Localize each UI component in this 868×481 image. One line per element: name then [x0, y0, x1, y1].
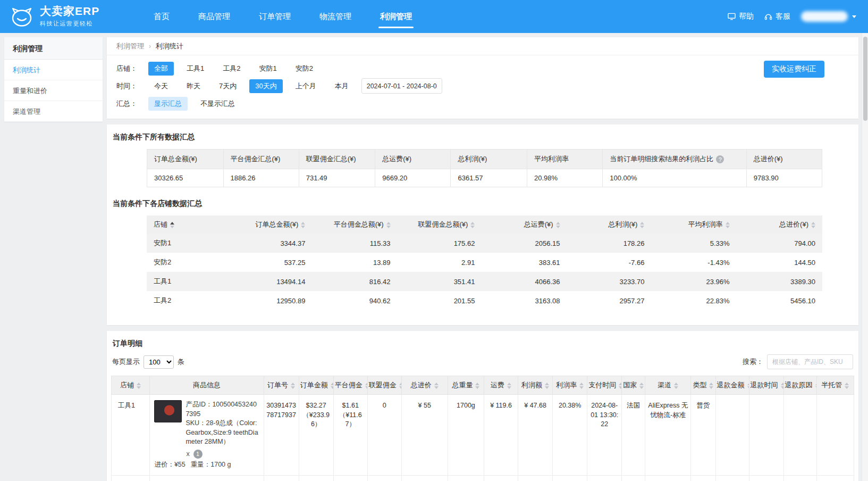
- cell-platform-fee: $1.71（¥12.40）: [333, 475, 367, 481]
- product-quantity: x 1: [186, 450, 259, 459]
- table-row: 30326.65 1886.26 731.49 9669.20 6361.57 …: [147, 169, 822, 187]
- nav-home[interactable]: 首页: [139, 0, 184, 33]
- page-size-select[interactable]: 100: [144, 355, 174, 369]
- sort-icon[interactable]: [399, 383, 402, 389]
- page-size-label: 每页显示: [112, 357, 140, 367]
- cell-profit: 2957.27: [567, 291, 652, 310]
- sort-icon[interactable]: [137, 383, 141, 389]
- time-option-30days[interactable]: 30天内: [249, 79, 282, 93]
- column-header-profit-rate: 平均利润率: [527, 150, 602, 169]
- cell-profit-rate: 5.33%: [651, 234, 736, 253]
- question-help-icon[interactable]: ?: [716, 155, 724, 163]
- time-option-today[interactable]: 今天: [148, 79, 174, 93]
- app-title: 大卖家ERP: [40, 5, 99, 17]
- cell-pay-time: 2024-08-01 13:30:22: [587, 395, 622, 476]
- sort-icon[interactable]: [434, 383, 439, 389]
- table-row: 工具2 12950.89 940.62 201.55 3163.08 2957.…: [147, 291, 822, 310]
- sidebar-item-profit-stats[interactable]: 利润统计: [4, 60, 103, 80]
- shop-option-tool2[interactable]: 工具2: [217, 62, 246, 76]
- sort-icon[interactable]: [556, 222, 560, 228]
- time-option-last-month[interactable]: 上个月: [290, 79, 322, 93]
- product-sku: SKU：28-9总成（Color:Gearbox,Size:9 teethDia…: [186, 419, 259, 447]
- sort-icon[interactable]: [291, 383, 295, 389]
- sort-icon[interactable]: [709, 383, 713, 389]
- sort-icon[interactable]: [747, 383, 749, 389]
- cell-profit-rate: 23.96%: [651, 272, 736, 291]
- sort-icon[interactable]: [301, 222, 305, 228]
- nav-profit[interactable]: 利润管理: [366, 0, 426, 33]
- main-content: 利润管理 › 利润统计 店铺： 全部 工具1 工具2 安防1 安防2 时间： 今…: [107, 37, 858, 481]
- summary-option-show[interactable]: 显示汇总: [148, 97, 188, 111]
- sort-icon[interactable]: [170, 222, 174, 228]
- cell-refund-reason: [783, 395, 816, 476]
- sort-icon[interactable]: [674, 383, 678, 389]
- scrollbar-thumb[interactable]: [863, 37, 867, 121]
- sort-icon[interactable]: [507, 383, 511, 389]
- breadcrumb-separator-icon: ›: [149, 43, 151, 50]
- help-label: 帮助: [739, 12, 754, 21]
- column-header-shop: 店铺: [112, 376, 150, 395]
- filters: 店铺： 全部 工具1 工具2 安防1 安防2 时间： 今天 昨天 7天内 30天…: [107, 55, 858, 119]
- column-header-refund-amount: 退款金额: [715, 376, 749, 395]
- column-header-refund-time: 退款时间: [749, 376, 783, 395]
- shop-option-security1[interactable]: 安防1: [253, 62, 282, 76]
- column-label: 订单金额: [300, 381, 328, 389]
- sidebar-item-weight-cost[interactable]: 重量和进价: [4, 80, 103, 101]
- column-label: 国家: [623, 381, 637, 389]
- cell-shipping: 383.61: [482, 253, 567, 272]
- sort-icon[interactable]: [545, 383, 549, 389]
- sort-icon[interactable]: [579, 383, 584, 389]
- sort-icon[interactable]: [365, 383, 368, 389]
- cell-refund-reason: [783, 475, 816, 481]
- sort-icon[interactable]: [640, 222, 644, 228]
- product-id: 产品ID：1005004532407395: [186, 400, 259, 419]
- sort-icon[interactable]: [331, 383, 334, 389]
- sort-icon[interactable]: [811, 222, 815, 228]
- time-option-7days[interactable]: 7天内: [213, 79, 242, 93]
- column-header-order-total: 订单总金额(¥): [228, 215, 313, 234]
- help-link[interactable]: 帮助: [728, 12, 754, 21]
- column-header-product-info: 商品信息: [150, 376, 264, 395]
- cell-shop: 工具1: [147, 272, 228, 291]
- column-header-profit: 利润额: [518, 376, 553, 395]
- sort-icon[interactable]: [475, 383, 479, 389]
- nav-products[interactable]: 商品管理: [184, 0, 245, 33]
- summary-option-hide[interactable]: 不显示汇总: [195, 97, 241, 111]
- column-label: 总重量: [452, 381, 473, 389]
- sidebar-item-channel-management[interactable]: 渠道管理: [4, 101, 103, 122]
- table-header-row: 订单总金额(¥) 平台佣金汇总(¥) 联盟佣金汇总(¥) 总运费(¥) 总利润(…: [147, 150, 822, 169]
- cell-order-amount: $32.27（¥233.96）: [299, 395, 333, 476]
- sort-icon[interactable]: [845, 383, 849, 389]
- column-label: 平台佣金: [335, 381, 363, 389]
- sort-icon[interactable]: [470, 222, 475, 228]
- sort-icon[interactable]: [386, 222, 391, 228]
- product-thumbnail[interactable]: [154, 400, 182, 422]
- shop-option-security2[interactable]: 安防2: [290, 62, 319, 76]
- breadcrumb-parent[interactable]: 利润管理: [116, 42, 144, 51]
- shop-option-all[interactable]: 全部: [148, 62, 174, 76]
- column-header-order-amount: 订单金额: [299, 376, 333, 395]
- product-text: 产品ID：1005004532407395 SKU：28-9总成（Color:G…: [186, 400, 259, 447]
- cell-profit: 3233.70: [567, 272, 652, 291]
- column-label: 总进价: [411, 381, 432, 389]
- nav-logistics[interactable]: 物流管理: [305, 0, 366, 33]
- nav-orders[interactable]: 订单管理: [245, 0, 305, 33]
- time-option-yesterday[interactable]: 昨天: [181, 79, 206, 93]
- shop-option-tool1[interactable]: 工具1: [181, 62, 210, 76]
- freight-correction-button[interactable]: 实收运费纠正: [764, 61, 824, 78]
- sort-icon[interactable]: [639, 383, 644, 389]
- date-range-input[interactable]: [361, 78, 442, 94]
- search-input[interactable]: [767, 354, 853, 369]
- cell-affiliate-fee: 2.91: [398, 253, 482, 272]
- sort-icon[interactable]: [619, 383, 622, 389]
- sort-icon[interactable]: [726, 222, 730, 228]
- sort-icon[interactable]: [781, 383, 784, 389]
- user-account-menu[interactable]: [801, 11, 856, 22]
- time-option-this-month[interactable]: 本月: [329, 79, 355, 93]
- weight: 重量：1700 g: [191, 461, 231, 468]
- app-logo[interactable]: 大卖家ERP 科技让运营更轻松: [0, 0, 139, 33]
- order-table-controls: 每页显示 100 条 搜索：: [111, 349, 854, 375]
- vertical-scrollbar[interactable]: [862, 33, 868, 481]
- customer-service-link[interactable]: 客服: [764, 12, 790, 21]
- column-header-shop: 店铺: [147, 215, 228, 234]
